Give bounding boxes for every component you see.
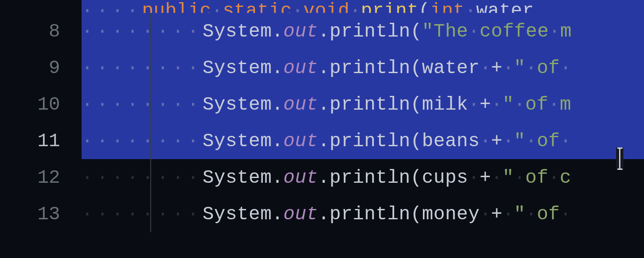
token: out	[283, 94, 318, 115]
whitespace-indicator: ·	[468, 94, 479, 115]
code-content: · · · · · · · · System.out.println(milk·…	[82, 94, 571, 115]
token: System	[203, 94, 272, 115]
token: m	[560, 94, 571, 115]
whitespace-indicator: ·	[292, 0, 303, 13]
token: (	[410, 203, 422, 225]
code-line[interactable]: · · · · · · · · System.out.println(milk·…	[82, 86, 644, 123]
token: of	[537, 203, 560, 225]
token: println	[330, 21, 410, 42]
whitespace-indicator: · · · · · · · ·	[82, 130, 203, 152]
token: of	[537, 130, 560, 152]
whitespace-indicator: ·	[349, 0, 361, 13]
whitespace-indicator: ·	[548, 167, 559, 188]
code-content: · · · · · · · · System.out.println(cups·…	[82, 167, 571, 188]
token: (	[410, 167, 422, 188]
token: "	[514, 130, 526, 152]
token: .	[272, 21, 283, 42]
token: .	[272, 130, 283, 152]
token: (	[419, 0, 430, 13]
whitespace-indicator: ·	[526, 203, 537, 225]
line-number: 13	[0, 196, 82, 232]
token: .	[318, 203, 330, 225]
code-content: · · · · · · · · System.out.println("The·…	[82, 21, 572, 42]
token: water	[422, 57, 480, 79]
line-number: 8	[0, 13, 82, 49]
token: "The	[422, 21, 468, 42]
code-line[interactable]: · · · · · · · · System.out.println("The·…	[82, 13, 644, 49]
token: .	[272, 57, 283, 79]
line-number: 12	[0, 159, 82, 196]
whitespace-indicator: ·	[503, 130, 514, 152]
token: .	[318, 130, 330, 152]
token: .	[318, 167, 330, 188]
token: m	[560, 21, 572, 42]
code-content: · · · · · · · · System.out.println(money…	[82, 203, 571, 225]
token: int	[430, 0, 465, 13]
whitespace-indicator: ·	[480, 203, 491, 225]
whitespace-indicator: · · · · · · · ·	[82, 94, 203, 115]
code-editor[interactable]: 8910111213 · · · · public·static·void·pr…	[0, 0, 644, 258]
code-line[interactable]: · · · · · · · · System.out.println(money…	[82, 196, 644, 232]
whitespace-indicator: · · · · · · · ·	[82, 21, 203, 42]
token: +	[480, 94, 491, 115]
code-line[interactable]: · · · · · · · · System.out.println(water…	[82, 49, 644, 86]
token: (	[410, 21, 422, 42]
token: .	[318, 57, 330, 79]
token: System	[203, 167, 272, 188]
code-line[interactable]: · · · · · · · · System.out.println(cups·…	[82, 159, 644, 196]
whitespace-indicator: ·	[548, 94, 559, 115]
code-line[interactable]: · · · · public·static·void·print(int·wat…	[82, 0, 644, 13]
token: public	[142, 0, 211, 13]
whitespace-indicator: ·	[480, 57, 491, 79]
token: +	[491, 57, 503, 79]
token: println	[330, 94, 410, 115]
gutter: 8910111213	[0, 0, 82, 258]
token: System	[203, 21, 272, 42]
token: (	[410, 57, 422, 79]
code-line[interactable]: · · · · · · · · System.out.println(beans…	[82, 123, 644, 159]
token: println	[330, 57, 410, 79]
token: coffee	[480, 21, 549, 42]
whitespace-indicator: · · · ·	[82, 0, 142, 13]
token: milk	[422, 94, 468, 115]
whitespace-indicator: ·	[211, 0, 222, 13]
code-area[interactable]: · · · · public·static·void·print(int·wat…	[82, 0, 644, 258]
token: void	[304, 0, 350, 13]
line-number: 9	[0, 49, 82, 86]
whitespace-indicator: ·	[560, 57, 571, 79]
line-number: 10	[0, 86, 82, 123]
whitespace-indicator: ·	[468, 167, 479, 188]
whitespace-indicator: ·	[491, 167, 502, 188]
token: println	[330, 203, 410, 225]
whitespace-indicator: ·	[526, 130, 537, 152]
token: out	[283, 130, 318, 152]
token: +	[491, 203, 503, 225]
whitespace-indicator: ·	[514, 94, 525, 115]
text-caret	[616, 147, 623, 170]
token: print	[361, 0, 419, 13]
token: of	[526, 94, 549, 115]
token: System	[203, 57, 272, 79]
token: .	[272, 94, 283, 115]
token: beans	[422, 130, 480, 152]
token: water,	[476, 0, 545, 13]
line-number: 11	[0, 123, 82, 159]
whitespace-indicator: ·	[503, 203, 514, 225]
line-number	[0, 0, 82, 13]
token: out	[283, 57, 318, 79]
token: "	[502, 94, 514, 115]
code-content: · · · · · · · · System.out.println(beans…	[82, 130, 571, 152]
token: .	[272, 203, 283, 225]
token: (	[410, 94, 422, 115]
whitespace-indicator: ·	[560, 130, 571, 152]
whitespace-indicator: ·	[514, 167, 525, 188]
whitespace-indicator: · · · · · · · ·	[82, 203, 203, 225]
token: System	[203, 203, 272, 225]
token: .	[272, 167, 283, 188]
token: "	[514, 203, 526, 225]
whitespace-indicator: ·	[465, 0, 476, 13]
token: out	[283, 203, 318, 225]
token: out	[283, 167, 318, 188]
token: "	[502, 167, 514, 188]
code-content: · · · · public·static·void·print(int·wat…	[82, 0, 546, 13]
